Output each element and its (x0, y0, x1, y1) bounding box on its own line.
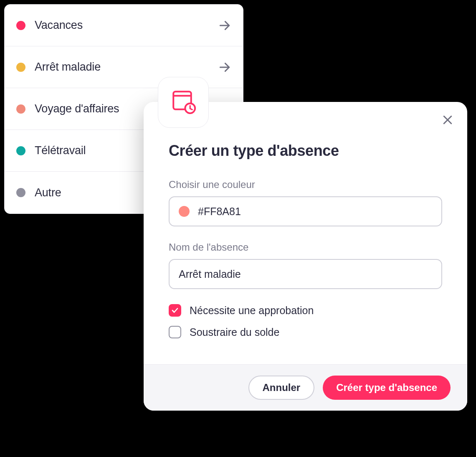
color-hex-value: #FF8A81 (198, 206, 241, 218)
create-absence-type-button[interactable]: Créer type d'absence (323, 376, 451, 400)
create-absence-type-modal: Créer un type d'absence Choisir une coul… (144, 102, 467, 411)
list-item-label: Autre (35, 186, 61, 199)
color-dot (16, 21, 25, 30)
list-item-label: Télétravail (35, 144, 86, 157)
selected-color-swatch (179, 206, 190, 217)
absence-name-input[interactable] (179, 268, 432, 280)
modal-footer: Annuler Créer type d'absence (144, 364, 467, 411)
list-item-label: Arrêt maladie (35, 61, 101, 74)
color-field: Choisir une couleur #FF8A81 (169, 179, 442, 226)
color-picker-input[interactable]: #FF8A81 (169, 196, 442, 226)
list-item-label: Vacances (35, 19, 83, 32)
list-item-label: Voyage d'affaires (35, 102, 119, 115)
color-field-label: Choisir une couleur (169, 179, 442, 190)
checkbox-checked-icon (169, 304, 181, 317)
requires-approval-checkbox-row[interactable]: Nécessite une approbation (169, 304, 442, 317)
name-field-label: Nom de l'absence (169, 241, 442, 253)
color-dot (16, 104, 25, 114)
modal-header-icon-container (158, 77, 209, 128)
list-row-vacances[interactable]: Vacances (5, 5, 243, 46)
modal-title: Créer un type d'absence (169, 142, 442, 160)
subtract-balance-checkbox-row[interactable]: Soustraire du solde (169, 326, 442, 338)
checkbox-label: Nécessite une approbation (190, 305, 314, 317)
cancel-button[interactable]: Annuler (248, 376, 315, 400)
name-input-wrapper (169, 259, 442, 289)
color-dot (16, 63, 25, 72)
arrow-right-icon (218, 19, 231, 32)
close-icon[interactable] (441, 114, 454, 128)
calendar-clock-icon (171, 89, 196, 116)
name-field: Nom de l'absence (169, 241, 442, 289)
color-dot (16, 188, 25, 197)
checkbox-label: Soustraire du solde (190, 326, 279, 338)
color-dot (16, 146, 25, 155)
list-row-arret-maladie[interactable]: Arrêt maladie (5, 46, 243, 88)
checkbox-unchecked-icon (169, 326, 181, 338)
arrow-right-icon (218, 61, 231, 74)
